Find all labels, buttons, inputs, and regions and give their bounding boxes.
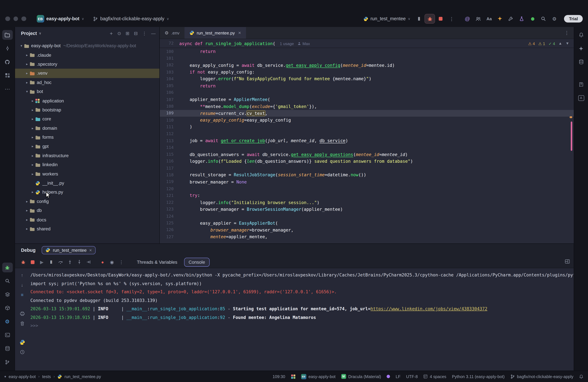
pause-button[interactable]: ‖ [414,14,424,23]
code-line-122[interactable]: 122 logger.info("Initializing browser se… [160,199,574,206]
tool-build-button[interactable] [2,344,13,354]
translate-icon[interactable]: Aa [484,14,494,23]
line-number[interactable]: 107 [160,97,179,102]
tree-item-.specstory[interactable]: ▸.specstory [15,60,159,69]
code-line-114[interactable]: 114 [160,144,574,151]
trial-badge[interactable]: Trial [564,15,583,22]
rerun-debug-button[interactable] [19,258,27,266]
resume-button[interactable]: ▶ [38,258,46,266]
project-widget[interactable]: EB easy-apply-bot ∨ [34,14,87,24]
tree-item-forms[interactable]: ▸forms [15,133,159,142]
line-number[interactable]: 119 [160,179,179,184]
tree-item-.venv[interactable]: ▸.venv [15,69,159,78]
step-out-icon[interactable] [75,258,84,266]
tool-commit-button[interactable] [2,43,13,53]
line-number[interactable]: 111 [160,125,179,129]
tool-structure-button[interactable] [2,71,13,80]
more-options-icon[interactable]: ⋮ [117,258,126,266]
line-number[interactable]: 106 [160,90,179,95]
tool-python-console-button[interactable]: ⚙ [2,317,13,326]
step-into-icon[interactable] [66,258,74,266]
line-number[interactable]: 123 [160,207,179,212]
code-line-104[interactable]: 104 logger.error(f"No EasyApplyConfig fo… [160,75,574,82]
tree-item-infrastructure[interactable]: ▸infrastructure [15,151,159,160]
expand-arrow-icon[interactable]: ▸ [24,62,30,66]
tree-item-easy-apply-bot[interactable]: ▾easy-apply-bot~/Desktop/EasyWork/easy-a… [15,41,159,50]
tree-item-workers[interactable]: ▸workers [15,170,159,179]
code-author-hint[interactable]: Max [297,41,310,45]
tree-item-helpers.py[interactable]: ▸helpers.py [15,188,159,197]
code-line-120[interactable]: 120 [160,185,574,192]
run-to-cursor-icon[interactable] [84,258,93,266]
line-number[interactable]: 124 [160,214,179,219]
view-breakpoints-icon[interactable]: ◉ [108,258,116,266]
code-token[interactable]: https://www.linkedin.com/jobs/view/43833… [371,306,487,311]
expand-arrow-icon[interactable]: ▸ [30,154,35,157]
ai-assistant-icon[interactable]: @ [462,14,472,23]
line-number[interactable]: 121 [160,193,179,198]
stop-button[interactable] [436,14,446,23]
code-with-me-icon[interactable] [473,14,483,23]
expand-arrow-icon[interactable]: ▸ [30,117,35,121]
collapse-arrow-icon[interactable]: ▾ [24,90,30,93]
line-number[interactable]: 117 [160,166,179,170]
debug-title[interactable]: Debug [21,247,36,253]
tree-item-.claude[interactable]: ▸.claude [15,50,159,60]
expand-arrow-icon[interactable]: ▸ [30,99,35,103]
line-ending-selector[interactable]: LF [396,374,400,379]
code-line-110[interactable]: 110 easy_apply_config=easy_apply_config [160,117,574,124]
tree-item-core[interactable]: ▸core [15,115,159,124]
pause-button[interactable]: ‖ [47,258,56,266]
expand-arrow-icon[interactable]: ▸ [30,108,35,112]
locate-file-icon[interactable]: ⊙ [117,31,121,36]
expand-arrow-icon[interactable]: ▸ [30,163,35,167]
tools-icon[interactable] [506,14,516,23]
breadcrumb-tests[interactable]: tests [42,374,51,379]
code-line-116[interactable]: 116 logger.info(f"Loaded {len(db_questio… [160,158,574,165]
interpreter-selector[interactable]: Python 3.11 (easy-apply-bot) [452,374,504,379]
tool-documentation-button[interactable] [576,80,586,89]
expand-arrow-icon[interactable]: ▸ [24,209,30,212]
tab-console[interactable]: Console [184,257,210,266]
stop-button[interactable] [28,258,37,266]
minimize-window-button[interactable] [13,16,18,21]
line-number[interactable]: 101 [160,56,179,61]
tree-item-domain[interactable]: ▸domain [15,124,159,133]
expand-arrow-icon[interactable]: ▸ [30,172,35,176]
line-number[interactable]: 126 [160,227,179,232]
code-line-125[interactable]: 125 easy_applier = EasyApplierBot( [160,220,574,226]
tree-item-ad_hoc[interactable]: ▸ad_hoc [15,78,159,87]
tree-item-db[interactable]: ▸db [15,206,159,215]
expand-arrow-icon[interactable]: ▸ [30,145,35,148]
next-problem-icon[interactable]: ▼ [566,41,569,45]
layout-settings-icon[interactable] [565,259,570,265]
line-number[interactable]: 109 [160,111,179,116]
line-number[interactable]: 114 [160,145,179,150]
soft-wrap-icon[interactable]: ≡ [18,292,26,298]
run-config-widget[interactable]: run_test_mentee ∨ [361,15,413,22]
line-number[interactable]: 127 [160,234,179,239]
settings-gear-button[interactable]: ⚙ [549,14,559,23]
theme-selector[interactable]: M Dracula (Material) [341,374,381,379]
line-number[interactable]: 115 [160,152,179,157]
code-line-126[interactable]: 126 browser_manager=browser_manager, [160,226,574,233]
step-over-icon[interactable] [56,258,65,266]
close-tab-icon[interactable]: × [238,30,241,36]
code-line-119[interactable]: 119 browser_manager = None [160,178,574,185]
debug-session-tab[interactable]: run_test_mentee × [42,246,96,254]
tree-item-linkedin[interactable]: ▸linkedin [15,160,159,170]
code-line-103[interactable]: 103 if not easy_apply_config: [160,69,574,75]
sticky-header-line[interactable]: 72 async def run_single_job_application(… [160,39,574,48]
expand-all-icon[interactable]: ⊞ [126,31,129,36]
tool-assistant-button[interactable]: A [576,93,586,103]
caret-position[interactable]: 109:30 [273,374,285,379]
line-number[interactable]: 103 [160,70,179,75]
breadcrumb-project[interactable]: easy-apply-bot [9,374,36,379]
layout-grid-icon[interactable] [291,374,295,379]
up-stack-icon[interactable]: ↑ [18,272,26,279]
tool-ai-button[interactable] [576,43,586,53]
line-number[interactable]: 118 [160,172,179,177]
code-line-102[interactable]: 102 easy_apply_config = await db_service… [160,62,574,69]
github-icon[interactable] [2,57,13,67]
line-number[interactable]: 112 [160,131,179,136]
